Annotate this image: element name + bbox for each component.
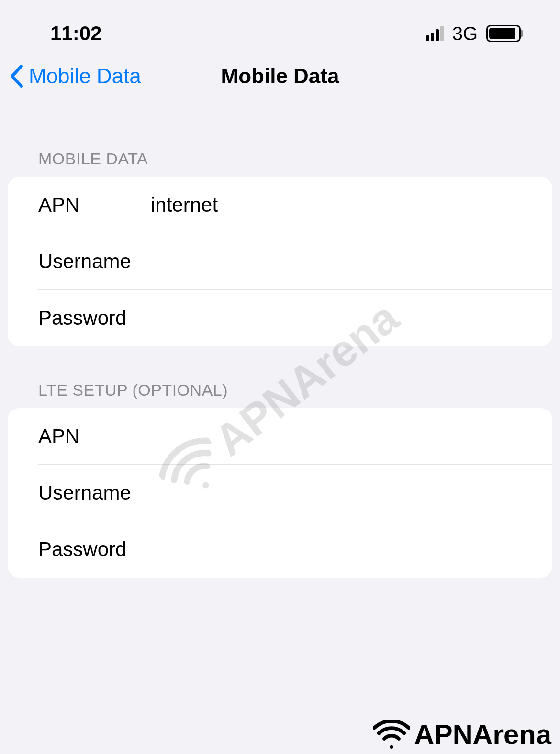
section-header-lte-setup: LTE SETUP (OPTIONAL) <box>8 346 552 408</box>
back-button[interactable]: Mobile Data <box>10 64 141 88</box>
apn-row[interactable]: APN <box>8 177 552 233</box>
wifi-icon <box>373 720 410 749</box>
lte-apn-input[interactable] <box>151 425 552 448</box>
mobile-data-card: APN Username Password <box>8 177 552 346</box>
password-row[interactable]: Password <box>8 290 552 346</box>
lte-setup-card: APN Username Password <box>8 408 552 578</box>
status-indicators: 3G <box>426 23 521 45</box>
cellular-signal-icon <box>426 26 444 41</box>
network-type-label: 3G <box>452 23 478 45</box>
lte-username-label: Username <box>38 481 151 504</box>
username-row[interactable]: Username <box>8 233 552 290</box>
footer-logo-text: APNArena <box>414 718 551 750</box>
navigation-bar: Mobile Data Mobile Data <box>0 48 560 103</box>
battery-icon <box>486 25 521 42</box>
lte-password-row[interactable]: Password <box>8 521 552 578</box>
password-label: Password <box>38 307 151 330</box>
chevron-left-icon <box>10 65 24 88</box>
username-input[interactable] <box>151 250 552 273</box>
lte-password-input[interactable] <box>151 538 552 561</box>
back-button-label: Mobile Data <box>29 64 141 88</box>
lte-apn-label: APN <box>38 425 151 448</box>
lte-apn-row[interactable]: APN <box>8 408 552 465</box>
lte-password-label: Password <box>38 538 151 561</box>
status-bar: 11:02 3G <box>0 0 560 48</box>
lte-username-row[interactable]: Username <box>8 465 552 521</box>
footer-logo: APNArena <box>373 718 551 750</box>
username-label: Username <box>38 250 151 273</box>
password-input[interactable] <box>151 307 552 330</box>
page-title: Mobile Data <box>221 64 339 88</box>
apn-label: APN <box>38 194 151 217</box>
status-time: 11:02 <box>50 22 101 45</box>
apn-input[interactable] <box>151 194 552 217</box>
lte-username-input[interactable] <box>151 481 552 504</box>
section-header-mobile-data: MOBILE DATA <box>8 103 552 177</box>
